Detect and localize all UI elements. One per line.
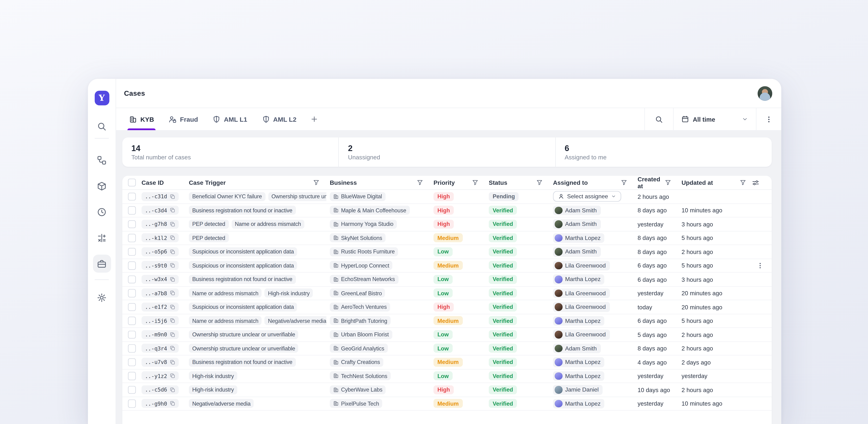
table-row[interactable]: ..-q3r4Ownership structure unclear or un…: [122, 341, 772, 356]
business-pill[interactable]: Rustic Roots Furniture: [330, 247, 398, 256]
table-row[interactable]: ..-w3x4Business registration not found o…: [122, 273, 772, 287]
assignee-pill[interactable]: Lila Greenwood: [553, 260, 610, 270]
assignee-pill[interactable]: Lila Greenwood: [553, 302, 610, 312]
tab-kyb[interactable]: KYB: [122, 108, 161, 130]
assignee-pill[interactable]: Martha Lopez: [553, 274, 604, 284]
case-id-pill[interactable]: ..-i5j6: [142, 316, 179, 325]
business-pill[interactable]: Urban Bloom Florist: [330, 330, 392, 339]
time-filter-dropdown[interactable]: All time: [673, 108, 756, 130]
filter-icon[interactable]: [664, 179, 671, 186]
select-all-checkbox[interactable]: [128, 178, 136, 187]
business-pill[interactable]: TechNest Solutions: [330, 371, 391, 380]
column-header-created-at[interactable]: Created at: [638, 176, 681, 189]
case-id-pill[interactable]: ..-y1z2: [142, 371, 179, 380]
app-logo[interactable]: Y: [94, 91, 109, 105]
sidebar-item-math[interactable]: [93, 229, 111, 247]
business-pill[interactable]: PixelPulse Tech: [330, 399, 382, 408]
assignee-pill[interactable]: Martha Lopez: [553, 316, 604, 326]
table-row[interactable]: ..-o5p6Suspicious or inconsistent applic…: [122, 245, 772, 259]
select-assignee-button[interactable]: Select assignee: [553, 191, 621, 202]
filter-icon[interactable]: [313, 179, 320, 186]
row-checkbox[interactable]: [128, 289, 136, 297]
table-row[interactable]: ..-k1l2PEP detectedSkyNet SolutionsMediu…: [122, 231, 772, 245]
assignee-pill[interactable]: Adam Smith: [553, 247, 601, 257]
tab-aml-l2[interactable]: AML L2: [254, 108, 304, 130]
user-avatar[interactable]: [757, 86, 772, 101]
table-row[interactable]: ..-s9t0Suspicious or inconsistent applic…: [122, 259, 772, 273]
table-row[interactable]: ..-c3d4Business registration not found o…: [122, 204, 772, 218]
column-header-assigned-to[interactable]: Assigned to: [553, 179, 638, 186]
table-row[interactable]: ..-a7b8Name or address mismatchHigh-risk…: [122, 287, 772, 300]
business-pill[interactable]: CyberWave Labs: [330, 385, 386, 394]
row-checkbox[interactable]: [128, 248, 136, 256]
case-id-pill[interactable]: ..-k1l2: [142, 233, 179, 242]
column-header-updated-at[interactable]: Updated at: [681, 179, 772, 186]
table-row[interactable]: ..-e1f2Suspicious or inconsistent applic…: [122, 300, 772, 314]
column-header-business[interactable]: Business: [330, 179, 433, 186]
assignee-pill[interactable]: Martha Lopez: [553, 357, 604, 367]
row-checkbox[interactable]: [128, 344, 136, 352]
business-pill[interactable]: Crafty Creations: [330, 358, 383, 367]
case-id-pill[interactable]: ..-s9t0: [142, 261, 179, 270]
business-pill[interactable]: BlueWave Digital: [330, 192, 385, 201]
case-id-pill[interactable]: ..-g7h8: [142, 220, 179, 229]
case-id-pill[interactable]: ..-a7b8: [142, 289, 179, 298]
case-id-pill[interactable]: ..-c5d6: [142, 385, 179, 394]
case-id-pill[interactable]: ..-m9n0: [142, 330, 179, 339]
table-row[interactable]: ..-g7h8PEP detectedName or address misma…: [122, 218, 772, 231]
row-checkbox[interactable]: [128, 386, 136, 394]
search-icon[interactable]: [97, 122, 106, 131]
business-pill[interactable]: SkyNet Solutions: [330, 233, 385, 242]
sidebar-item-history[interactable]: [93, 203, 111, 221]
gear-icon[interactable]: [97, 293, 106, 302]
row-checkbox[interactable]: [128, 234, 136, 242]
case-id-pill[interactable]: ..-e1f2: [142, 302, 179, 311]
table-row[interactable]: ..-m9n0Ownership structure unclear or un…: [122, 328, 772, 342]
business-pill[interactable]: BrightPath Tutoring: [330, 316, 391, 325]
row-actions-button[interactable]: [756, 262, 764, 269]
filter-icon[interactable]: [740, 179, 746, 186]
add-tab-button[interactable]: [304, 108, 325, 130]
case-id-pill[interactable]: ..-c31d: [142, 192, 179, 201]
row-checkbox[interactable]: [128, 206, 136, 214]
table-search-button[interactable]: [644, 108, 673, 130]
row-checkbox[interactable]: [128, 317, 136, 325]
business-pill[interactable]: HyperLoop Connect: [330, 261, 393, 270]
business-pill[interactable]: AeroTech Ventures: [330, 302, 390, 311]
case-id-pill[interactable]: ..-o5p6: [142, 247, 179, 256]
sidebar-item-workflow[interactable]: [93, 151, 111, 169]
row-checkbox[interactable]: [128, 399, 136, 407]
assignee-pill[interactable]: Martha Lopez: [553, 399, 604, 409]
column-header-case-trigger[interactable]: Case Trigger: [189, 179, 330, 186]
case-id-pill[interactable]: ..-w3x4: [142, 275, 179, 284]
table-row[interactable]: ..-y1z2High-risk industryTechNest Soluti…: [122, 369, 772, 383]
assignee-pill[interactable]: Adam Smith: [553, 344, 601, 353]
row-checkbox[interactable]: [128, 275, 136, 283]
row-checkbox[interactable]: [128, 220, 136, 228]
assignee-pill[interactable]: Martha Lopez: [553, 233, 604, 243]
business-pill[interactable]: Maple & Main Coffeehouse: [330, 206, 410, 215]
row-checkbox[interactable]: [128, 261, 136, 269]
case-id-pill[interactable]: ..-q3r4: [142, 344, 179, 353]
row-checkbox[interactable]: [128, 372, 136, 380]
assignee-pill[interactable]: Lila Greenwood: [553, 330, 610, 339]
table-row[interactable]: ..-g9h0Negative/adverse mediaPixelPulse …: [122, 397, 772, 411]
more-options-button[interactable]: [756, 108, 781, 130]
column-settings-icon[interactable]: [752, 179, 760, 186]
assignee-pill[interactable]: Jamie Daniel: [553, 385, 603, 395]
table-row[interactable]: ..-c5d6High-risk industryCyberWave LabsH…: [122, 383, 772, 397]
filter-icon[interactable]: [621, 179, 627, 186]
tab-aml-l1[interactable]: AML L1: [205, 108, 254, 130]
case-id-pill[interactable]: ..-g9h0: [142, 399, 179, 408]
assignee-pill[interactable]: Adam Smith: [553, 205, 601, 215]
table-row[interactable]: ..-c31dBeneficial Owner KYC failureOwner…: [122, 190, 772, 204]
filter-icon[interactable]: [416, 179, 423, 186]
case-id-pill[interactable]: ..-u7v8: [142, 358, 179, 367]
column-header-case-id[interactable]: Case ID: [142, 179, 189, 186]
assignee-pill[interactable]: Adam Smith: [553, 219, 601, 229]
assignee-pill[interactable]: Lila Greenwood: [553, 288, 610, 298]
table-row[interactable]: ..-i5j6Name or address mismatchNegative/…: [122, 314, 772, 328]
row-checkbox[interactable]: [128, 358, 136, 366]
sidebar-item-cube[interactable]: [93, 177, 111, 195]
column-header-status[interactable]: Status: [489, 179, 553, 186]
